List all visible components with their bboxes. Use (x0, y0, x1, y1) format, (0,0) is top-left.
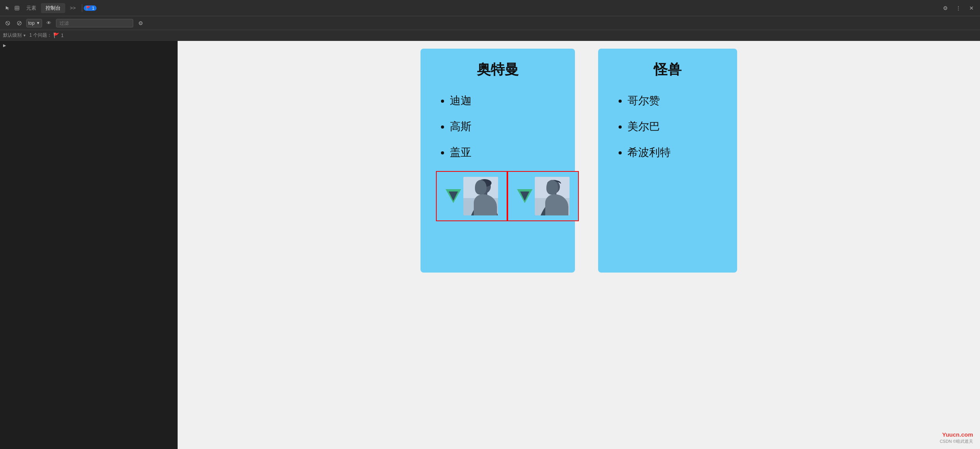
issues-badge[interactable]: 🚩 1 (84, 5, 97, 11)
issues-count: 1 个问题： 🚩 1 (29, 32, 64, 39)
tab-more-label: >> (70, 5, 76, 11)
pointer-icon[interactable] (3, 3, 12, 13)
image-box-1 (436, 171, 507, 221)
tab-elements[interactable]: 元素 (22, 3, 41, 13)
person-image-2 (535, 177, 570, 215)
svg-point-12 (478, 179, 492, 187)
flag-icon: 🚩 (86, 6, 91, 10)
card-monsters: 怪兽 哥尔赞 美尔巴 希波利特 (598, 49, 737, 273)
svg-line-4 (7, 22, 9, 24)
block-icon[interactable] (15, 19, 24, 28)
card-ultraman: 奥特曼 迪迦 高斯 盖亚 (420, 49, 575, 273)
tab-more[interactable]: >> (65, 3, 80, 12)
card-monsters-title: 怪兽 (614, 60, 722, 79)
settings-icon: ⚙ (138, 20, 143, 26)
more-button[interactable]: ⋮ (953, 3, 964, 14)
top-bar: 元素 控制台 >> 🚩 1 ⚙ ⋮ ✕ (0, 0, 980, 16)
badge-count: 1 (92, 6, 94, 10)
svg-rect-13 (482, 192, 487, 197)
svg-point-18 (548, 180, 560, 193)
close-icon: ✕ (969, 5, 974, 11)
tab-console[interactable]: 控制台 (41, 3, 65, 13)
level-chevron: ▼ (23, 34, 26, 37)
vue-logo-2 (517, 188, 532, 204)
person-image-1 (463, 177, 498, 215)
status-bar: 默认级别 ▼ 1 个问题： 🚩 1 (0, 30, 980, 41)
flag-icon: 🚩 (53, 32, 59, 38)
toolbar: top ▼ 👁 ⚙ (0, 16, 980, 30)
list-item: 高斯 (450, 119, 560, 134)
list-item: 迪迦 (450, 93, 560, 108)
filter-settings-button[interactable]: ⚙ (136, 18, 146, 29)
issues-label: 1 个问题： (29, 32, 52, 39)
inspect-icon[interactable] (12, 3, 22, 13)
level-label: 默认级别 (3, 32, 22, 39)
svg-line-6 (18, 22, 21, 24)
image-row (436, 171, 560, 221)
card-ultraman-title: 奥特曼 (436, 60, 560, 79)
list-item: 美尔巴 (627, 119, 722, 134)
visibility-toggle[interactable]: 👁 (44, 19, 54, 28)
content-area: 奥特曼 迪迦 高斯 盖亚 (178, 41, 980, 449)
svg-rect-10 (463, 177, 498, 198)
clear-console-button[interactable] (3, 19, 12, 28)
card-monsters-list: 哥尔赞 美尔巴 希波利特 (614, 93, 722, 160)
card-ultraman-list: 迪迦 高斯 盖亚 (436, 93, 560, 160)
svg-rect-19 (552, 192, 556, 197)
ellipsis-icon: ⋮ (956, 5, 961, 11)
watermark: Yuucn.com CSDN ©暗武遮天 (940, 431, 973, 444)
watermark-sub: CSDN ©暗武遮天 (940, 439, 973, 444)
close-button[interactable]: ✕ (966, 3, 977, 14)
image-box-2 (507, 171, 579, 221)
tree-root-item[interactable]: ▶ (0, 42, 178, 48)
issues-number: 1 (61, 33, 64, 38)
eye-icon: 👁 (46, 20, 51, 26)
tab-elements-label: 元素 (26, 5, 36, 12)
level-dropdown[interactable]: 默认级别 ▼ (3, 32, 26, 39)
gear-icon: ⚙ (943, 5, 948, 11)
filter-input[interactable] (56, 19, 133, 27)
main-layout: ▶ 奥特曼 迪迦 高斯 盖亚 (0, 41, 980, 449)
top-bar-actions: ⚙ ⋮ ✕ (940, 3, 977, 14)
watermark-main: Yuucn.com (940, 431, 973, 438)
list-item: 盖亚 (450, 145, 560, 160)
tab-console-label: 控制台 (46, 5, 61, 12)
list-item: 希波利特 (627, 145, 722, 160)
settings-button[interactable]: ⚙ (940, 3, 951, 14)
separator (82, 4, 82, 12)
vue-logo-1 (446, 188, 461, 204)
chevron-down-icon: ▼ (36, 21, 40, 25)
left-panel: ▶ (0, 41, 178, 449)
svg-rect-17 (535, 177, 570, 198)
context-selector[interactable]: top ▼ (26, 19, 42, 27)
expand-arrow-icon: ▶ (3, 43, 6, 47)
context-value: top (28, 20, 35, 26)
list-item: 哥尔赞 (627, 93, 722, 108)
